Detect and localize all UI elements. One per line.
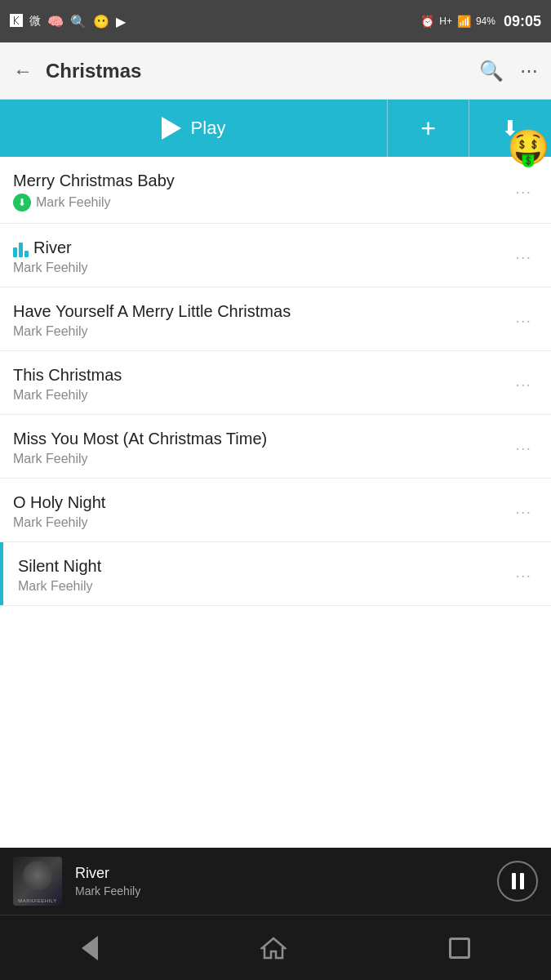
network-type: H+ [439, 16, 452, 27]
album-art: MARKFEEHILY [13, 857, 62, 906]
app-icon-k: 🅺 [10, 14, 23, 29]
status-right-icons: ⏰ H+ 📶 94% 09:05 [420, 13, 541, 30]
now-playing-bar[interactable]: MARKFEEHILY River Mark Feehily [0, 848, 551, 915]
song-list: Merry Christmas Baby ⬇ Mark Feehily ··· … [0, 157, 551, 606]
app-icon-weibo: 微 [29, 14, 41, 29]
table-row[interactable]: River Mark Feehily ··· [0, 224, 551, 287]
song-more-button[interactable]: ··· [509, 435, 538, 461]
song-more-button[interactable]: ··· [509, 499, 538, 524]
song-more-button[interactable]: ··· [509, 179, 538, 204]
song-title: River [13, 238, 509, 257]
song-title: O Holy Night [13, 493, 509, 512]
now-playing-artist: Mark Feehily [75, 884, 484, 898]
add-button[interactable]: + [388, 100, 469, 157]
back-button[interactable]: ← [13, 60, 33, 82]
app-icon-search: 🔍 [70, 14, 87, 29]
album-face [23, 861, 52, 890]
nav-bar [0, 915, 551, 980]
add-icon: + [420, 114, 436, 144]
song-title: Have Yourself A Merry Little Christmas [13, 302, 509, 321]
now-playing-title: River [75, 865, 484, 882]
song-info: Merry Christmas Baby ⬇ Mark Feehily [13, 172, 509, 212]
app-icon-play: ▶ [116, 14, 126, 29]
song-info: River Mark Feehily [13, 238, 509, 275]
song-info: O Holy Night Mark Feehily [13, 493, 509, 530]
more-button[interactable]: ⋯ [520, 60, 538, 82]
song-info: Silent Night Mark Feehily [13, 557, 509, 594]
song-artist-row: Mark Feehily [13, 324, 509, 339]
song-title: Miss You Most (At Christmas Time) [13, 430, 509, 448]
table-row[interactable]: Silent Night Mark Feehily ··· [0, 542, 551, 606]
nav-recents-button[interactable] [449, 938, 470, 959]
battery-indicator: 94% [476, 16, 495, 27]
song-info: Miss You Most (At Christmas Time) Mark F… [13, 430, 509, 466]
equalizer-bar-2 [19, 243, 23, 257]
nav-back-button[interactable] [82, 936, 98, 960]
equalizer-bar-1 [13, 247, 17, 257]
play-button[interactable]: Play [0, 100, 388, 157]
status-bar: 🅺 微 🧠 🔍 😶 ▶ ⏰ H+ 📶 94% 09:05 [0, 0, 551, 42]
svg-marker-0 [262, 938, 285, 958]
now-playing-info: River Mark Feehily [75, 865, 484, 898]
table-row[interactable]: O Holy Night Mark Feehily ··· [0, 479, 551, 542]
song-artist: Mark Feehily [18, 579, 93, 594]
nav-home-button[interactable] [260, 935, 287, 961]
pause-bar-right [520, 873, 524, 889]
song-artist-row: Mark Feehily [13, 261, 509, 275]
app-icon-brain: 🧠 [47, 14, 64, 29]
song-title: Silent Night [18, 557, 509, 576]
album-label: MARKFEEHILY [18, 898, 56, 903]
home-icon [260, 935, 287, 961]
song-info: This Christmas Mark Feehily [13, 366, 509, 403]
header: ← Christmas 🔍 ⋯ [0, 42, 551, 100]
album-art-inner: MARKFEEHILY [13, 857, 62, 906]
app-icon-face: 😶 [93, 14, 109, 29]
song-artist-row: Mark Feehily [13, 452, 509, 466]
song-artist: Mark Feehily [13, 324, 88, 339]
table-row[interactable]: Merry Christmas Baby ⬇ Mark Feehily ··· [0, 157, 551, 224]
song-artist: Mark Feehily [13, 452, 88, 466]
play-icon [162, 117, 181, 140]
song-title: This Christmas [13, 366, 509, 385]
song-info: Have Yourself A Merry Little Christmas M… [13, 302, 509, 339]
song-artist: Mark Feehily [36, 195, 111, 210]
song-artist: Mark Feehily [13, 515, 88, 530]
song-artist: Mark Feehily [13, 261, 88, 275]
signal-icon: 📶 [457, 15, 471, 28]
download-button[interactable]: ⬇ 🤑 [469, 100, 551, 157]
table-row[interactable]: This Christmas Mark Feehily ··· [0, 351, 551, 415]
song-more-button[interactable]: ··· [509, 372, 538, 397]
song-artist-row: ⬇ Mark Feehily [13, 194, 509, 212]
downloaded-badge: ⬇ [13, 194, 31, 212]
pause-icon [512, 873, 524, 889]
table-row[interactable]: Have Yourself A Merry Little Christmas M… [0, 287, 551, 351]
song-more-button[interactable]: ··· [509, 563, 538, 588]
page-title: Christmas [46, 60, 479, 82]
recents-icon [449, 938, 470, 959]
song-more-button[interactable]: ··· [509, 244, 538, 270]
play-label: Play [191, 118, 226, 139]
song-artist-row: Mark Feehily [13, 515, 509, 530]
song-artist-row: Mark Feehily [18, 579, 509, 594]
song-artist-row: Mark Feehily [13, 388, 509, 403]
status-left-icons: 🅺 微 🧠 🔍 😶 ▶ [10, 14, 126, 29]
alarm-icon: ⏰ [420, 15, 434, 28]
pause-button[interactable] [497, 861, 538, 902]
pause-bar-left [512, 873, 516, 889]
song-artist: Mark Feehily [13, 388, 88, 403]
action-bar: Play + ⬇ 🤑 [0, 100, 551, 157]
search-button[interactable]: 🔍 [479, 60, 504, 82]
song-title: Merry Christmas Baby [13, 172, 509, 190]
equalizer-bar-3 [24, 251, 29, 257]
table-row[interactable]: Miss You Most (At Christmas Time) Mark F… [0, 415, 551, 479]
status-time: 09:05 [504, 13, 541, 30]
song-more-button[interactable]: ··· [509, 308, 538, 333]
back-arrow-icon [82, 936, 98, 960]
